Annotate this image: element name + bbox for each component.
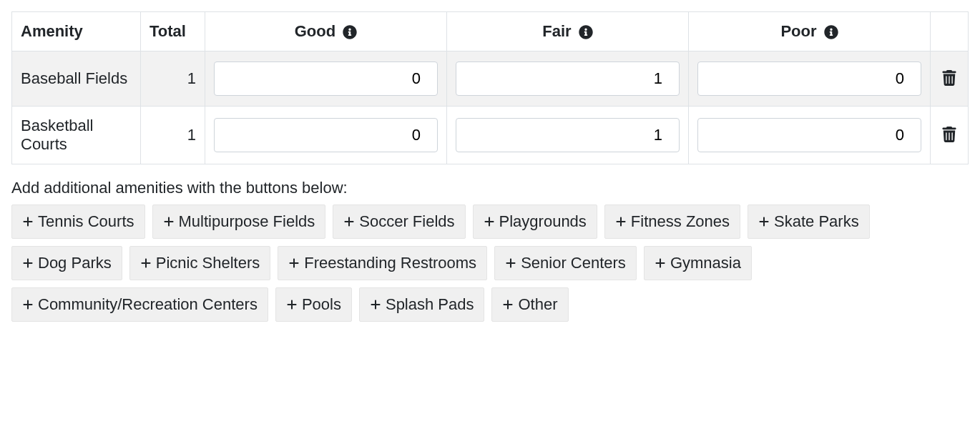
delete-button[interactable] bbox=[939, 67, 959, 91]
plus-icon bbox=[22, 299, 34, 310]
table-row: Basketball Courts1 bbox=[12, 107, 969, 164]
add-amenity-button[interactable]: Skate Parks bbox=[748, 204, 870, 239]
plus-icon bbox=[163, 216, 175, 227]
add-button-label: Picnic Shelters bbox=[156, 254, 260, 272]
fair-input[interactable] bbox=[456, 61, 680, 96]
table-row: Baseball Fields1 bbox=[12, 51, 969, 107]
add-amenity-button[interactable]: Freestanding Restrooms bbox=[278, 246, 487, 280]
cell-fair bbox=[447, 51, 689, 107]
add-button-label: Freestanding Restrooms bbox=[304, 254, 476, 272]
delete-button[interactable] bbox=[939, 124, 959, 147]
add-button-label: Fitness Zones bbox=[631, 212, 730, 231]
add-button-label: Multipurpose Fields bbox=[179, 212, 315, 231]
add-button-label: Splash Pads bbox=[386, 295, 474, 314]
add-amenity-button[interactable]: Picnic Shelters bbox=[129, 246, 271, 280]
helper-text: Add additional amenities with the button… bbox=[11, 179, 969, 197]
add-amenity-button[interactable]: Gymnasia bbox=[644, 246, 752, 280]
trash-icon bbox=[942, 127, 956, 142]
add-button-label: Senior Centers bbox=[521, 254, 626, 272]
cell-fair bbox=[447, 107, 689, 164]
header-total: Total bbox=[141, 12, 205, 51]
amenity-total: 1 bbox=[141, 51, 205, 107]
plus-icon bbox=[615, 216, 627, 227]
cell-good bbox=[205, 51, 447, 107]
add-amenity-button[interactable]: Other bbox=[491, 287, 568, 322]
add-button-label: Gymnasia bbox=[670, 254, 741, 272]
poor-input[interactable] bbox=[697, 61, 921, 96]
add-button-label: Soccer Fields bbox=[359, 212, 454, 231]
add-amenity-button[interactable]: Soccer Fields bbox=[333, 204, 465, 239]
plus-icon bbox=[22, 257, 34, 269]
add-amenity-button[interactable]: Senior Centers bbox=[494, 246, 637, 280]
info-icon[interactable] bbox=[824, 25, 838, 39]
plus-icon bbox=[140, 257, 152, 269]
add-button-label: Other bbox=[518, 295, 557, 314]
add-button-label: Playgrounds bbox=[499, 212, 587, 231]
amenity-name: Baseball Fields bbox=[12, 51, 141, 107]
header-poor-label: Poor bbox=[780, 22, 816, 40]
add-amenity-button[interactable]: Tennis Courts bbox=[11, 204, 145, 239]
cell-poor bbox=[689, 107, 931, 164]
header-fair-label: Fair bbox=[542, 22, 571, 40]
amenities-table: Amenity Total Good Fair Poor bbox=[11, 11, 969, 164]
actions-cell bbox=[931, 107, 969, 164]
actions-cell bbox=[931, 51, 969, 107]
header-poor: Poor bbox=[689, 12, 931, 51]
add-amenity-button[interactable]: Splash Pads bbox=[359, 287, 485, 322]
plus-icon bbox=[655, 257, 666, 269]
amenity-name: Basketball Courts bbox=[12, 107, 141, 164]
plus-icon bbox=[502, 299, 514, 310]
poor-input[interactable] bbox=[697, 118, 921, 152]
plus-icon bbox=[22, 216, 34, 227]
add-amenity-button[interactable]: Multipurpose Fields bbox=[152, 204, 326, 239]
plus-icon bbox=[484, 216, 495, 227]
header-actions bbox=[931, 12, 969, 51]
plus-icon bbox=[343, 216, 355, 227]
info-icon[interactable] bbox=[579, 25, 593, 39]
add-button-label: Pools bbox=[302, 295, 341, 314]
add-amenity-button[interactable]: Fitness Zones bbox=[604, 204, 740, 239]
amenity-total: 1 bbox=[141, 107, 205, 164]
cell-poor bbox=[689, 51, 931, 107]
header-amenity: Amenity bbox=[12, 12, 141, 51]
plus-icon bbox=[370, 299, 381, 310]
add-button-label: Tennis Courts bbox=[38, 212, 134, 231]
add-button-label: Community/Recreation Centers bbox=[38, 295, 258, 314]
header-good-label: Good bbox=[295, 22, 335, 40]
add-button-label: Skate Parks bbox=[774, 212, 859, 231]
add-button-label: Dog Parks bbox=[38, 254, 112, 272]
header-good: Good bbox=[205, 12, 447, 51]
cell-good bbox=[205, 107, 447, 164]
add-amenity-button[interactable]: Playgrounds bbox=[473, 204, 597, 239]
plus-icon bbox=[505, 257, 516, 269]
plus-icon bbox=[758, 216, 770, 227]
header-fair: Fair bbox=[447, 12, 689, 51]
add-amenity-button[interactable]: Dog Parks bbox=[11, 246, 122, 280]
good-input[interactable] bbox=[214, 118, 438, 152]
add-buttons-row: Tennis CourtsMultipurpose FieldsSoccer F… bbox=[11, 204, 969, 322]
info-icon[interactable] bbox=[343, 25, 357, 39]
plus-icon bbox=[288, 257, 300, 269]
add-amenity-button[interactable]: Pools bbox=[275, 287, 352, 322]
trash-icon bbox=[942, 70, 956, 86]
plus-icon bbox=[286, 299, 298, 310]
add-amenity-button[interactable]: Community/Recreation Centers bbox=[11, 287, 268, 322]
good-input[interactable] bbox=[214, 61, 438, 96]
fair-input[interactable] bbox=[456, 118, 680, 152]
